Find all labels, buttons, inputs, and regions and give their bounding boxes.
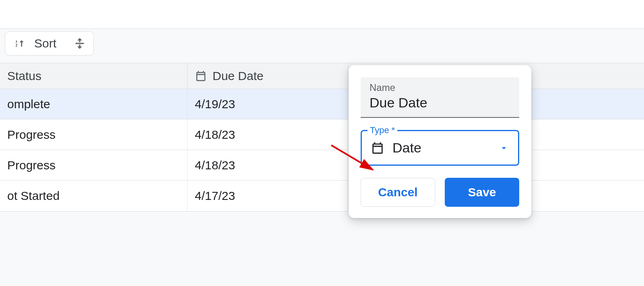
- cancel-button-label: Cancel: [378, 185, 417, 199]
- column-type-value: Date: [392, 140, 491, 156]
- cell-status: ot Started: [7, 189, 60, 203]
- cell-status: Progress: [7, 128, 56, 142]
- top-bar: [0, 0, 644, 29]
- save-button[interactable]: Save: [445, 178, 519, 207]
- table-row[interactable]: ot Started 4/17/23: [0, 181, 644, 211]
- column-name-value[interactable]: Due Date: [369, 95, 510, 111]
- table-header-row: Status Due Date: [0, 63, 644, 89]
- chevron-down-icon: [499, 143, 509, 153]
- sort-button[interactable]: Sort: [12, 37, 59, 50]
- column-header-status[interactable]: Status: [0, 63, 188, 88]
- column-header-due-date[interactable]: Due Date: [188, 63, 349, 88]
- sort-az-icon: [14, 37, 27, 50]
- calendar-icon: [195, 70, 207, 82]
- cell-due: 4/19/23: [195, 97, 235, 111]
- cell-status: omplete: [7, 97, 50, 111]
- cell-status: Progress: [7, 158, 56, 172]
- column-edit-popover: Name Due Date Type * Date Cancel Save: [349, 65, 531, 218]
- save-button-label: Save: [468, 185, 496, 199]
- row-height-button[interactable]: [72, 36, 87, 51]
- data-table: Status Due Date omplete 4/19/23 Progress…: [0, 63, 644, 212]
- column-type-select[interactable]: Type * Date: [361, 130, 519, 166]
- column-type-label: Type *: [367, 125, 397, 136]
- cancel-button[interactable]: Cancel: [361, 178, 435, 207]
- table-row[interactable]: Progress 4/18/23: [0, 119, 644, 150]
- cell-due: 4/18/23: [195, 158, 235, 172]
- column-name-label: Name: [369, 82, 510, 93]
- row-height-icon: [72, 36, 87, 51]
- sort-label: Sort: [34, 37, 56, 50]
- column-header-label: Due Date: [213, 69, 264, 83]
- table-row[interactable]: Progress 4/18/23: [0, 150, 644, 181]
- column-header-label: Status: [7, 69, 41, 83]
- column-name-field[interactable]: Name Due Date: [361, 77, 519, 118]
- popover-actions: Cancel Save: [361, 178, 519, 207]
- table-row[interactable]: omplete 4/19/23: [0, 89, 644, 119]
- table-toolbar: Sort: [5, 31, 94, 56]
- cell-due: 4/17/23: [195, 189, 235, 203]
- calendar-icon: [371, 141, 384, 155]
- cell-due: 4/18/23: [195, 128, 235, 142]
